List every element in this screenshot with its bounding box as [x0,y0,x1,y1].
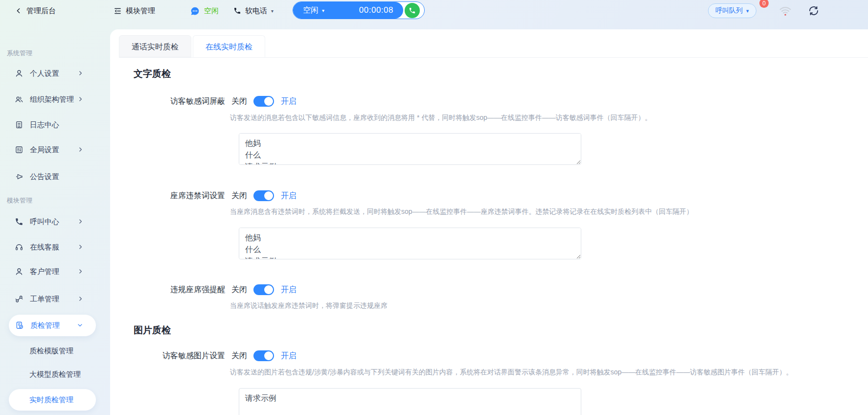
sidebar-subitem-llm-qc[interactable]: 大模型质检管理 [0,364,104,385]
agent-forbidden-words-textarea[interactable]: 他妈 什么 请求示例 [239,228,581,259]
setting-row-visitor-sensitive-words: 访客敏感词屏蔽 关闭 开启 [110,95,297,107]
module-label: 模块管理 [126,6,155,16]
setting-description: 访客发送的消息若包含以下敏感词信息，座席收到的消息将用 * 代替，同时将触发so… [230,114,652,122]
call-queue-dropdown[interactable]: 呼叫队列 ▾ [708,3,756,18]
wifi-icon [779,4,792,17]
chevron-right-icon [77,96,84,102]
log-icon [15,120,23,129]
call-queue-label: 呼叫队列 [715,6,743,15]
section-title-image-qc: 图片质检 [134,324,171,337]
softphone-label: 软电话 [245,6,267,16]
chevron-down-icon: ▾ [322,8,324,13]
toggle-on-label: 开启 [281,96,297,107]
setting-row-visitor-sensitive-images: 访客敏感图片设置 关闭 开启 [110,350,297,362]
org-icon [15,95,23,104]
sidebar-section-module: 模块管理 [7,196,32,205]
chevron-right-icon [77,296,84,302]
toggle-knob [264,285,273,294]
module-nav-button[interactable]: 模块管理 [114,0,155,22]
section-title-text-qc: 文字质检 [134,68,171,80]
toggle-off-label: 关闭 [231,96,247,107]
agent-status-label[interactable]: 空闲 [303,5,319,16]
toggle-off-label: 关闭 [231,351,247,361]
back-label: 管理后台 [26,6,56,16]
toggle-knob [264,191,273,200]
work-order-icon [15,295,23,303]
call-timer: 00:00:08 [359,5,393,15]
toggle-on-label: 开启 [281,285,297,295]
agent-forbidden-words-toggle[interactable] [253,190,274,201]
sidebar-item-log-center[interactable]: 日志中心 [0,114,104,136]
chevron-down-icon [77,322,83,328]
phone-icon [233,7,241,15]
visitor-sensitive-words-toggle[interactable] [253,96,274,107]
sync-icon[interactable] [808,5,820,17]
setting-label: 违规座席强提醒 [110,285,225,295]
chevron-right-icon [77,268,84,275]
sidebar-item-customer-management[interactable]: 客户管理 [0,261,104,282]
main-content-card: 通话实时质检 在线实时质检 文字质检 访客敏感词屏蔽 关闭 开启 访客发送的消息… [110,29,868,415]
sidebar-item-call-center[interactable]: 呼叫中心 [0,211,104,232]
tab-online-realtime-qc[interactable]: 在线实时质检 [193,35,265,57]
agent-status-pill[interactable]: 空闲 ▾ 00:00:08 [293,1,425,19]
chevron-right-icon [77,70,84,76]
sidebar-subitem-realtime-qc[interactable]: 实时质检管理 [9,389,96,411]
back-chevron-icon [15,7,23,15]
headset-icon [15,243,23,252]
toggle-on-label: 开启 [281,351,297,361]
chevron-down-icon: ▾ [271,8,274,14]
sidebar-item-qc-management[interactable]: 质检管理 [9,315,96,336]
sidebar-item-personal-settings[interactable]: 个人设置 [0,63,104,84]
global-settings-icon [15,145,23,154]
chevron-down-icon: ▾ [746,8,749,14]
tab-bar: 通话实时质检 在线实时质检 [119,35,868,58]
sidebar-subitem-qc-template[interactable]: 质检模版管理 [0,340,104,362]
setting-description: 访客发送的图片若包含违规/涉黄/涉暴内容或与下列关键词有关的图片内容，系统将在对… [230,368,793,377]
setting-row-agent-forbidden-words: 座席违禁词设置 关闭 开启 [110,190,297,202]
toggle-knob [264,351,273,360]
call-center-icon [15,217,23,226]
chevron-right-icon [77,244,84,250]
sidebar-section-system: 系统管理 [7,49,32,58]
announcement-icon [15,172,23,181]
visitor-sensitive-images-textarea[interactable]: 请求示例 [239,388,581,415]
tab-call-realtime-qc[interactable]: 通话实时质检 [119,35,191,57]
visitor-sensitive-words-textarea[interactable]: 他妈 什么 请求示例 [239,133,581,165]
toggle-knob [264,97,273,106]
toggle-off-label: 关闭 [231,191,247,201]
sidebar-item-org-management[interactable]: 组织架构管理 [0,89,104,110]
top-header: 管理后台 模块管理 空闲 软电话 ▾ 空闲 ▾ 00:00:08 [0,0,868,29]
call-queue-badge: 0 [759,0,769,8]
chat-bubble-icon [190,6,200,16]
setting-description: 当座席说话触发座席违禁词时，将弹窗提示违规座席 [230,301,388,310]
toggle-off-label: 关闭 [231,285,247,295]
customer-icon [15,267,23,276]
sidebar-item-announcement-settings[interactable]: 公告设置 [0,166,104,187]
visitor-sensitive-images-toggle[interactable] [253,350,274,361]
violation-strong-reminder-toggle[interactable] [253,284,274,295]
chat-status-label: 空闲 [204,6,219,16]
chevron-right-icon [77,146,84,153]
toggle-on-label: 开启 [281,191,297,201]
qc-icon [15,321,24,330]
setting-label: 访客敏感图片设置 [110,351,225,361]
sidebar-item-global-settings[interactable]: 全局设置 [0,139,104,161]
setting-label: 座席违禁词设置 [110,191,225,201]
phone-icon [409,7,416,14]
sidebar-item-work-order[interactable]: 工单管理 [0,288,104,310]
back-button[interactable]: 管理后台 [15,0,56,22]
chat-status[interactable]: 空闲 [190,0,219,22]
setting-description: 当座席消息含有违禁词时，系统将拦截发送，同时将触发sop——在线监控事件——座席… [230,208,693,216]
user-icon [15,69,23,78]
sidebar-item-online-service[interactable]: 在线客服 [0,236,104,258]
menu-fold-icon [114,7,122,15]
setting-label: 访客敏感词屏蔽 [110,96,225,107]
call-button[interactable] [405,3,420,18]
chevron-right-icon [77,218,84,225]
softphone-dropdown[interactable]: 软电话 ▾ [233,0,274,22]
setting-row-violation-strong-reminder: 违规座席强提醒 关闭 开启 [110,284,297,296]
sidebar: 系统管理 个人设置 组织架构管理 日志中心 全局设置 公告设置 模块管理 呼叫中… [0,29,104,415]
